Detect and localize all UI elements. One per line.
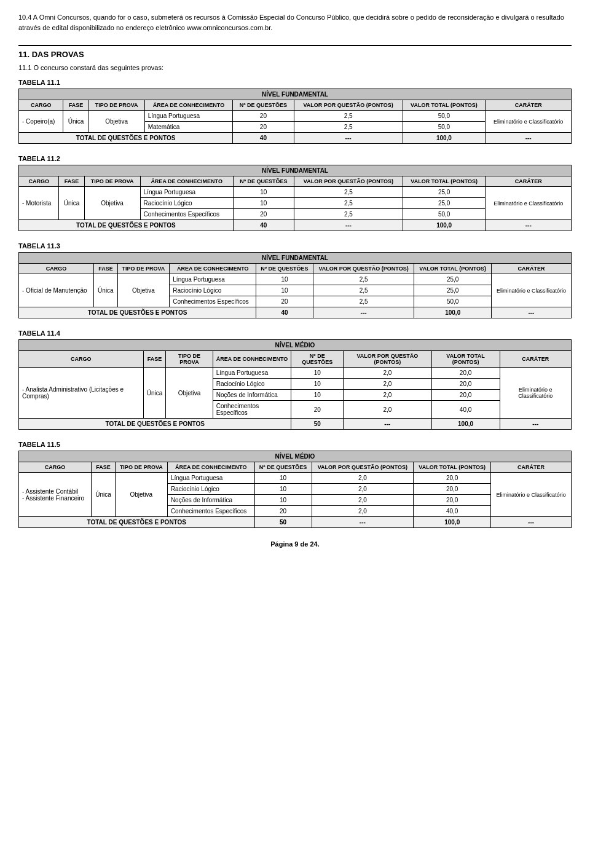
total-valor-por-2: --- (294, 220, 403, 231)
total-row-5: TOTAL DE QUESTÕES E PONTOS50---100,0--- (19, 517, 572, 528)
questoes-cell-5-0: 10 (254, 473, 312, 484)
total-questoes-5: 50 (254, 517, 312, 528)
total-row-4: TOTAL DE QUESTÕES E PONTOS50---100,0--- (19, 419, 572, 430)
nivel-header-1: NÍVEL FUNDAMENTAL (19, 89, 572, 100)
intro-paragraph: 10.4 A Omni Concursos, quando for o caso… (18, 12, 572, 33)
col-header-5-5: VALOR POR QUESTÃO (PONTOS) (312, 462, 414, 473)
col-header-2-0: CARGO (19, 176, 59, 187)
cargo-cell-3: - Oficial de Manutenção (19, 274, 94, 307)
table-4: NÍVEL MÉDIOCARGOFASETIPO DE PROVAÁREA DE… (18, 339, 572, 430)
col-header-3-0: CARGO (19, 264, 94, 274)
total-carater-4: --- (500, 419, 571, 430)
nivel-header-2: NÍVEL FUNDAMENTAL (19, 165, 572, 176)
valor-total-cell-3-1: 25,0 (414, 285, 491, 296)
cargo-cell-2: - Motorista (19, 187, 59, 220)
valor-total-cell-5-3: 40,0 (414, 506, 491, 517)
questoes-cell-5-1: 10 (254, 484, 312, 495)
questoes-cell-5-3: 20 (254, 506, 312, 517)
col-header-3-4: Nº DE QUESTÕES (256, 264, 313, 274)
table-label-4: TABELA 11.4 (18, 329, 572, 337)
valor-por-cell-5-0: 2,0 (312, 473, 414, 484)
valor-por-cell-4-2: 2,0 (344, 390, 432, 401)
total-valor-total-5: 100,0 (414, 517, 491, 528)
valor-total-cell-4-0: 20,0 (431, 368, 500, 379)
fase-cell-3: Única (94, 274, 117, 307)
col-header-5-7: CARÁTER (491, 462, 572, 473)
valor-por-cell-3-1: 2,5 (313, 285, 414, 296)
total-carater-3: --- (491, 307, 571, 318)
table-row: - Analista Administrativo (Licitações e … (19, 368, 572, 379)
valor-total-cell-4-2: 20,0 (431, 390, 500, 401)
tipo-cell-3: Objetiva (117, 274, 170, 307)
total-valor-por-4: --- (344, 419, 432, 430)
valor-por-cell-1-1: 2,5 (294, 122, 403, 133)
col-header-5-3: ÁREA DE CONHECIMENTO (167, 462, 254, 473)
questoes-cell-4-2: 10 (291, 390, 344, 401)
cargo-cell-5: - Assistente Contábil - Assistente Finan… (19, 473, 92, 517)
valor-por-cell-1-0: 2,5 (294, 111, 403, 122)
col-header-4-0: CARGO (19, 351, 144, 368)
questoes-cell-4-1: 10 (291, 379, 344, 390)
total-row-2: TOTAL DE QUESTÕES E PONTOS40---100,0--- (19, 220, 572, 231)
valor-total-cell-1-0: 50,0 (403, 111, 486, 122)
section-11-header: 11. DAS PROVAS (18, 45, 572, 59)
total-label-4: TOTAL DE QUESTÕES E PONTOS (19, 419, 291, 430)
col-header-2-1: FASE (59, 176, 84, 187)
intro-link[interactable]: www.omniconcursos.com.br (187, 24, 270, 31)
total-valor-total-3: 100,0 (414, 307, 491, 318)
intro-text-main: 10.4 A Omni Concursos, quando for o caso… (18, 14, 564, 31)
area-cell-2-1: Raciocínio Lógico (140, 198, 233, 209)
col-header-2-4: Nº DE QUESTÕES (233, 176, 294, 187)
total-row-1: TOTAL DE QUESTÕES E PONTOS40---100,0--- (19, 133, 572, 144)
table-row: - Assistente Contábil - Assistente Finan… (19, 473, 572, 484)
area-cell-1-0: Língua Portuguesa (144, 111, 233, 122)
valor-por-cell-5-3: 2,0 (312, 506, 414, 517)
questoes-cell-5-2: 10 (254, 495, 312, 506)
valor-por-cell-2-0: 2,5 (294, 187, 403, 198)
table-label-5: TABELA 11.5 (18, 441, 572, 448)
total-questoes-3: 40 (256, 307, 313, 318)
table-1: NÍVEL FUNDAMENTALCARGOFASETIPO DE PROVAÁ… (18, 89, 572, 144)
carater-cell-4: Eliminatório e Classificatório (500, 368, 571, 419)
total-valor-por-3: --- (313, 307, 414, 318)
questoes-cell-1-0: 20 (233, 111, 294, 122)
total-label-5: TOTAL DE QUESTÕES E PONTOS (19, 517, 255, 528)
valor-total-cell-2-1: 25,0 (403, 198, 486, 209)
col-header-3-7: CARÁTER (491, 264, 571, 274)
area-cell-5-3: Conhecimentos Específicos (167, 506, 254, 517)
total-label-1: TOTAL DE QUESTÕES E PONTOS (19, 133, 233, 144)
questoes-cell-3-2: 20 (256, 296, 313, 307)
valor-total-cell-2-0: 25,0 (403, 187, 486, 198)
nivel-header-3: NÍVEL FUNDAMENTAL (19, 253, 572, 264)
fase-cell-4: Única (143, 368, 166, 419)
valor-por-cell-5-2: 2,0 (312, 495, 414, 506)
area-cell-4-2: Noções de Informática (213, 390, 291, 401)
valor-por-cell-2-2: 2,5 (294, 209, 403, 220)
total-valor-total-2: 100,0 (403, 220, 486, 231)
carater-cell-3: Eliminatório e Classificatório (491, 274, 571, 307)
col-header-2-2: TIPO DE PROVA (84, 176, 140, 187)
area-cell-5-1: Raciocínio Lógico (167, 484, 254, 495)
questoes-cell-2-1: 10 (233, 198, 294, 209)
table-label-1: TABELA 11.1 (18, 79, 572, 86)
questoes-cell-4-3: 20 (291, 401, 344, 419)
valor-total-cell-4-3: 40,0 (431, 401, 500, 419)
questoes-cell-2-2: 20 (233, 209, 294, 220)
total-valor-total-1: 100,0 (403, 133, 486, 144)
table-row: - MotoristaÚnicaObjetivaLíngua Portugues… (19, 187, 572, 198)
carater-cell-5: Eliminatório e Classificatório (491, 473, 572, 517)
col-header-3-3: ÁREA DE CONHECIMENTO (170, 264, 256, 274)
col-header-4-7: CARÁTER (500, 351, 571, 368)
col-header-4-3: ÁREA DE CONHECIMENTO (213, 351, 291, 368)
col-header-1-2: TIPO DE PROVA (88, 100, 144, 111)
carater-cell-1: Eliminatório e Classificatório (486, 111, 572, 133)
col-header-1-3: ÁREA DE CONHECIMENTO (144, 100, 233, 111)
area-cell-4-3: Conhecimentos Específicos (213, 401, 291, 419)
valor-por-cell-4-3: 2,0 (344, 401, 432, 419)
intro-link-suffix: . (270, 24, 272, 31)
col-header-2-6: VALOR TOTAL (PONTOS) (403, 176, 486, 187)
col-header-4-4: Nº DE QUESTÕES (291, 351, 344, 368)
questoes-cell-2-0: 10 (233, 187, 294, 198)
valor-total-cell-3-2: 50,0 (414, 296, 491, 307)
total-label-2: TOTAL DE QUESTÕES E PONTOS (19, 220, 234, 231)
